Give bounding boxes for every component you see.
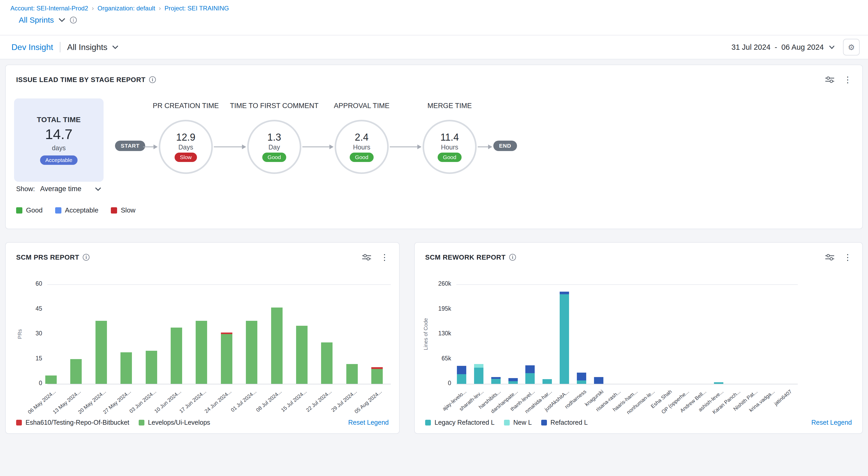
bar-segment[interactable] <box>221 334 232 384</box>
scm-rework-panel-title: SCM REWORK REPORT i <box>425 254 516 262</box>
bar-segment[interactable] <box>45 376 57 384</box>
bar-segment[interactable] <box>508 381 518 384</box>
date-range-selector[interactable]: 31 Jul 2024 - 06 Aug 2024 <box>732 43 835 52</box>
issue-lead-time-panel: ISSUE LEAD TIME BY STAGE REPORT i ⋮ TOTA… <box>5 65 863 229</box>
prs-chart-legend-item-0[interactable]: Esha610/Testing-Repo-Of-Bitbucket <box>16 419 129 426</box>
bar-segment[interactable] <box>474 364 484 368</box>
bar-segment[interactable] <box>491 379 501 384</box>
legend-label: Levelops/Ui-Levelops <box>148 419 210 426</box>
legend-label: New L <box>514 419 532 426</box>
lead-time-panel-title: ISSUE LEAD TIME BY STAGE REPORT i <box>16 76 156 84</box>
panel-title-text: SCM REWORK REPORT <box>425 254 505 262</box>
bar-segment[interactable] <box>457 366 466 374</box>
top-navigation: Account: SEI-Internal-Prod2 › Organizati… <box>0 0 868 35</box>
filter-sliders-icon[interactable] <box>825 76 834 83</box>
bar-segment[interactable] <box>525 365 535 373</box>
bar-segment[interactable] <box>525 373 535 384</box>
insight-header-right: 31 Jul 2024 - 06 Aug 2024 ⚙ <box>732 39 860 56</box>
bar-segment[interactable] <box>577 373 586 380</box>
kebab-menu-icon[interactable]: ⋮ <box>380 253 389 262</box>
lead-legend-item-1[interactable]: Acceptable <box>55 206 99 214</box>
breadcrumb-separator-icon: › <box>92 5 94 12</box>
bar-segment[interactable] <box>560 292 569 294</box>
bar-segment[interactable] <box>371 369 383 384</box>
lead-legend-item-0[interactable]: Good <box>16 206 43 214</box>
insight-title-link[interactable]: Dev Insight <box>11 42 53 52</box>
rework-chart-legend-item-1[interactable]: New L <box>504 419 532 426</box>
settings-gear-button[interactable]: ⚙ <box>843 39 860 56</box>
bar-segment[interactable] <box>714 382 723 384</box>
bar-segment[interactable] <box>321 343 333 384</box>
x-tick-label: 08 Jul 2024... <box>255 388 283 413</box>
bar-segment[interactable] <box>474 368 484 384</box>
bar-segment[interactable] <box>457 374 466 384</box>
show-value: Average time <box>40 185 82 193</box>
stage-value: 1.3 <box>268 132 281 143</box>
insights-dropdown[interactable]: All Insights <box>67 42 118 52</box>
charts-row: SCM PRS REPORT i ⋮ PRs01530456006 May 20 <box>5 242 863 434</box>
legend-label: Esha610/Testing-Repo-Of-Bitbucket <box>26 419 129 426</box>
kebab-menu-icon[interactable]: ⋮ <box>843 76 852 84</box>
breadcrumb-organization-link[interactable]: Organization: default <box>98 5 155 12</box>
sprint-selector[interactable]: All Sprints i <box>19 16 858 25</box>
gridline-top <box>48 284 391 285</box>
legend-swatch <box>139 420 145 425</box>
status-badge: Good <box>438 153 461 162</box>
bar-segment[interactable] <box>577 381 586 384</box>
rework-chart-legend-item-0[interactable]: Legacy Refactored L <box>425 419 495 426</box>
bar-segment[interactable] <box>121 352 132 384</box>
reset-legend-link[interactable]: Reset Legend <box>811 419 852 426</box>
bar-segment[interactable] <box>246 321 257 384</box>
bar-segment[interactable] <box>491 377 501 379</box>
legend-swatch <box>55 207 61 213</box>
stage-circle[interactable]: 11.4HoursGood <box>423 120 477 174</box>
scm-rework-panel-actions: ⋮ <box>825 253 852 262</box>
y-tick-label: 195k <box>420 305 451 312</box>
lead-legend-item-2[interactable]: Slow <box>111 206 135 214</box>
total-time-card: TOTAL TIME 14.7 days Acceptable <box>14 98 103 182</box>
bar-segment[interactable] <box>196 321 207 384</box>
status-badge: Good <box>350 153 373 162</box>
stage-circle[interactable]: 2.4HoursGood <box>335 120 389 174</box>
bar-segment[interactable] <box>371 367 383 369</box>
bar-segment[interactable] <box>95 321 107 384</box>
legend-label: Slow <box>121 206 135 214</box>
total-time-unit: days <box>52 144 66 152</box>
stage-unit: Days <box>179 144 193 151</box>
stage-value: 12.9 <box>176 132 195 143</box>
bar-segment[interactable] <box>594 377 603 384</box>
y-tick-label: 65k <box>420 355 451 362</box>
bar-segment[interactable] <box>221 332 232 334</box>
gear-icon: ⚙ <box>848 43 855 52</box>
scm-rework-panel: SCM REWORK REPORT i ⋮ Lines of Code065k1 <box>414 242 863 434</box>
bar-segment[interactable] <box>542 379 552 384</box>
reset-legend-link[interactable]: Reset Legend <box>348 419 389 426</box>
bar-segment[interactable] <box>508 378 518 381</box>
filter-sliders-icon[interactable] <box>362 254 371 261</box>
info-icon[interactable]: i <box>509 254 516 261</box>
kebab-menu-icon[interactable]: ⋮ <box>843 253 852 262</box>
prs-chart-legend-item-1[interactable]: Levelops/Ui-Levelops <box>139 419 210 426</box>
bar-segment[interactable] <box>560 294 569 384</box>
x-axis-line <box>48 384 391 384</box>
stage-circle[interactable]: 1.3DayGood <box>247 120 301 174</box>
bar-segment[interactable] <box>296 326 308 384</box>
bar-segment[interactable] <box>70 359 82 384</box>
show-dropdown[interactable]: Show: Average time <box>16 185 101 193</box>
lead-time-panel-actions: ⋮ <box>825 76 852 84</box>
breadcrumb-project-link[interactable]: Project: SEI TRAINING <box>164 5 229 12</box>
info-icon[interactable]: i <box>70 17 77 24</box>
bar-segment[interactable] <box>171 328 182 384</box>
breadcrumb-account-link[interactable]: Account: SEI-Internal-Prod2 <box>10 5 88 12</box>
rework-chart-legend-item-2[interactable]: Refactored L <box>541 419 588 426</box>
chevron-down-icon <box>95 187 101 191</box>
info-icon[interactable]: i <box>83 254 90 261</box>
lead-time-panel-header: ISSUE LEAD TIME BY STAGE REPORT i ⋮ <box>6 65 862 84</box>
bar-segment[interactable] <box>146 351 157 384</box>
stage-circle[interactable]: 12.9DaysSlow <box>159 120 213 174</box>
bar-segment[interactable] <box>271 307 283 384</box>
filter-sliders-icon[interactable] <box>825 254 834 261</box>
status-badge: Slow <box>175 153 197 162</box>
bar-segment[interactable] <box>346 364 358 384</box>
info-icon[interactable]: i <box>149 76 156 83</box>
